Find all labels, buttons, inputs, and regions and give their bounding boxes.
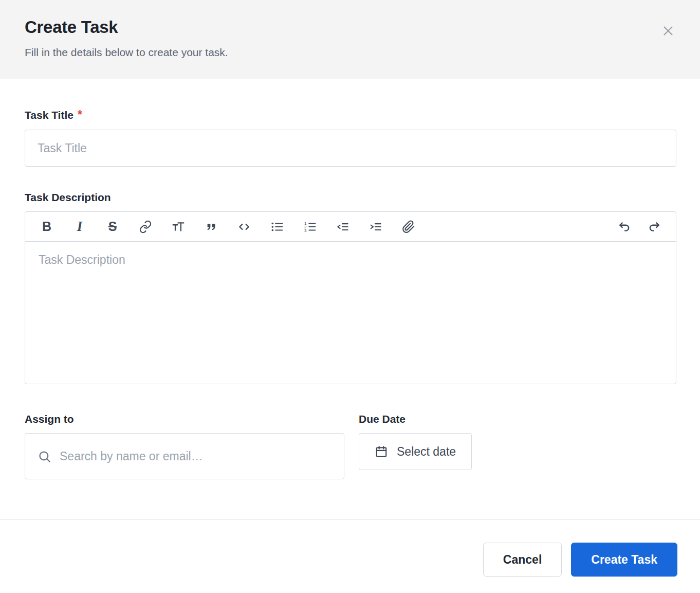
strikethrough-icon: S (108, 220, 117, 233)
text-size-icon (172, 220, 185, 233)
text-size-button[interactable] (171, 219, 186, 235)
due-date-group: Due Date Select date (359, 413, 472, 470)
redo-icon (648, 220, 661, 233)
task-title-group: Task Title * (25, 108, 676, 167)
ordered-list-icon: 1 2 3 (303, 220, 317, 233)
indent-button[interactable] (369, 219, 383, 235)
code-button[interactable] (237, 219, 251, 235)
modal-header: Create Task Fill in the details below to… (0, 0, 700, 79)
task-description-group: Task Description B I S (25, 191, 676, 384)
strikethrough-button[interactable]: S (105, 219, 120, 235)
assign-to-label-text: Assign to (25, 413, 74, 425)
required-asterisk: * (78, 108, 82, 122)
assign-due-row: Assign to Due Date (25, 413, 676, 479)
create-task-button[interactable]: Create Task (571, 543, 677, 577)
select-date-button[interactable]: Select date (359, 433, 472, 470)
bold-icon: B (42, 220, 51, 233)
outdent-button[interactable] (336, 219, 350, 235)
modal-title: Create Task (25, 17, 675, 37)
task-description-input[interactable] (25, 242, 676, 382)
close-button[interactable] (659, 22, 677, 40)
cancel-button[interactable]: Cancel (483, 543, 562, 577)
task-description-label-text: Task Description (25, 191, 111, 204)
editor-toolbar: B I S (25, 212, 676, 242)
due-date-label: Due Date (359, 413, 472, 425)
assign-to-label: Assign to (25, 413, 344, 425)
close-icon (660, 23, 676, 39)
attachment-icon (402, 220, 415, 233)
modal-body: Task Title * Task Description B I (0, 79, 700, 488)
undo-redo-group (617, 219, 661, 235)
bullet-list-button[interactable] (270, 219, 284, 235)
task-title-input[interactable] (25, 130, 676, 167)
assignee-search-input[interactable] (60, 450, 331, 463)
svg-text:3: 3 (304, 228, 307, 233)
bullet-list-icon (270, 220, 284, 233)
attachment-button[interactable] (401, 219, 416, 235)
bold-button[interactable]: B (40, 219, 54, 235)
quote-icon (205, 220, 218, 233)
quote-button[interactable] (204, 219, 218, 235)
assign-to-group: Assign to (25, 413, 344, 479)
indent-icon (369, 220, 382, 233)
link-button[interactable] (138, 219, 153, 235)
modal-subtitle: Fill in the details below to create your… (25, 46, 675, 59)
outdent-icon (336, 220, 349, 233)
task-title-label: Task Title * (25, 108, 676, 122)
redo-button[interactable] (647, 219, 661, 235)
code-icon (237, 220, 251, 233)
link-icon (139, 220, 152, 233)
calendar-icon (375, 445, 388, 458)
create-task-modal: Create Task Fill in the details below to… (0, 0, 700, 593)
undo-icon (618, 220, 631, 233)
undo-button[interactable] (617, 219, 632, 235)
task-description-label: Task Description (25, 191, 676, 204)
italic-icon: I (77, 220, 83, 233)
ordered-list-button[interactable]: 1 2 3 (303, 219, 317, 235)
italic-button[interactable]: I (72, 219, 87, 235)
assignee-search-field[interactable] (25, 433, 344, 479)
rich-text-editor: B I S (25, 211, 676, 384)
due-date-label-text: Due Date (359, 413, 406, 425)
task-title-label-text: Task Title (25, 109, 73, 121)
search-icon (38, 450, 51, 463)
select-date-label: Select date (397, 445, 456, 459)
modal-footer: Cancel Create Task (0, 519, 700, 593)
